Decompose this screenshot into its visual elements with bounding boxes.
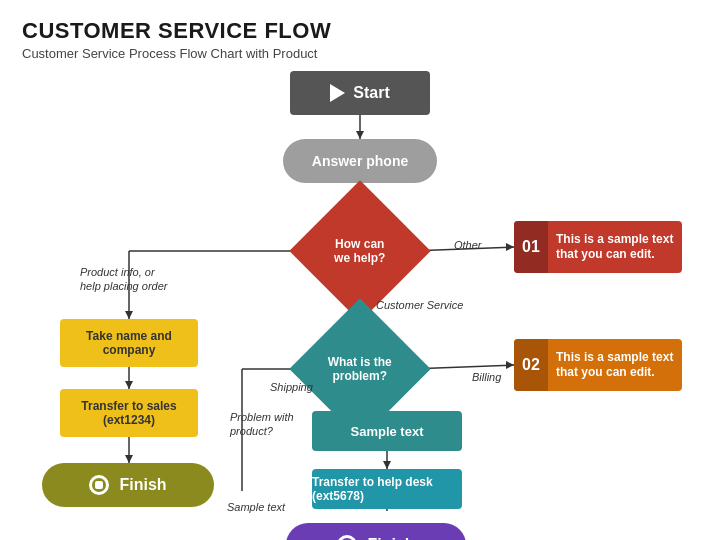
page-title: CUSTOMER SERVICE FLOW xyxy=(22,18,698,44)
transfer-help-shape: Transfer to help desk (ext5678) xyxy=(312,469,462,509)
label-customer-service: Customer Service xyxy=(376,299,463,312)
take-name-shape: Take name and company xyxy=(60,319,198,367)
finish-center-label: Finish xyxy=(367,536,414,540)
finish-center-shape: Finish xyxy=(286,523,466,540)
card-orange-text: This is a sample text that you can edit. xyxy=(548,350,682,381)
stop-icon-left xyxy=(89,475,109,495)
how-can-we-help-diamond: How can we help? xyxy=(310,201,410,301)
diamond-problem-text: What is the problem? xyxy=(320,355,400,384)
start-label: Start xyxy=(353,84,389,102)
label-sample-text-left: Sample text xyxy=(227,501,285,514)
answer-phone-shape: Answer phone xyxy=(283,139,437,183)
transfer-sales-shape: Transfer to sales (ext1234) xyxy=(60,389,198,437)
svg-marker-12 xyxy=(506,361,514,369)
transfer-sales-label: Transfer to sales (ext1234) xyxy=(60,399,198,427)
card-orange-num: 02 xyxy=(514,339,548,391)
transfer-help-label: Transfer to help desk (ext5678) xyxy=(312,475,462,503)
sample-text-teal-label: Sample text xyxy=(351,424,424,439)
svg-marker-1 xyxy=(356,131,364,139)
stop-icon-center xyxy=(337,535,357,540)
finish-left-shape: Finish xyxy=(42,463,214,507)
svg-marker-18 xyxy=(125,381,133,389)
card-red-num: 01 xyxy=(514,221,548,273)
svg-marker-10 xyxy=(125,311,133,319)
label-product-info: Product info, or help placing order xyxy=(80,266,170,292)
svg-marker-20 xyxy=(125,455,133,463)
start-shape: Start xyxy=(290,71,430,115)
card-red: 01 This is a sample text that you can ed… xyxy=(514,221,682,273)
label-billing: Billing xyxy=(472,371,501,384)
svg-marker-22 xyxy=(383,461,391,469)
answer-phone-label: Answer phone xyxy=(312,153,408,169)
sample-text-teal-shape: Sample text xyxy=(312,411,462,451)
what-is-problem-diamond: What is the problem? xyxy=(310,319,410,419)
finish-left-label: Finish xyxy=(119,476,166,494)
label-problem-with-product: Problem with product? xyxy=(230,411,310,437)
take-name-label: Take name and company xyxy=(60,329,198,357)
play-icon xyxy=(330,84,345,102)
card-orange: 02 This is a sample text that you can ed… xyxy=(514,339,682,391)
card-red-text: This is a sample text that you can edit. xyxy=(548,232,682,263)
label-shipping: Shipping xyxy=(270,381,313,394)
diamond-help-text: How can we help? xyxy=(320,237,400,266)
label-other: Other xyxy=(454,239,482,252)
svg-marker-5 xyxy=(506,243,514,251)
page-subtitle: Customer Service Process Flow Chart with… xyxy=(22,46,698,61)
